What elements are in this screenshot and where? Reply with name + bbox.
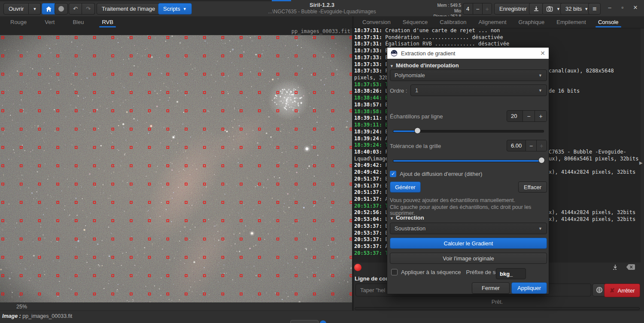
dialog-close-button[interactable]: Fermer [472, 282, 510, 294]
threads-stepper[interactable]: 4 − + [463, 3, 492, 15]
maximize-button[interactable]: ▫ [616, 4, 629, 11]
apply-sequence-checkbox[interactable] [391, 269, 398, 275]
tab-rvb[interactable]: RVB [97, 16, 118, 28]
tolerance-stepper[interactable]: 6.00 − + [507, 140, 547, 151]
download-icon [533, 6, 539, 12]
apply-sequence-row[interactable]: Appliquer à la séquence Préfixe de sorti… [391, 269, 510, 275]
order-label: Ordre : [390, 88, 407, 94]
image-processing-menu-button[interactable]: Traitement de l'image▼ [97, 3, 167, 15]
tab-rouge[interactable]: Rouge [6, 16, 31, 28]
camera-icon [547, 6, 554, 12]
close-button[interactable]: ✕ [629, 4, 642, 11]
image-status-prefix: Image : [2, 313, 21, 319]
siril-window: Ouvrir ▼ ↶ ↷ Traitement de l'image▼ Scri… [0, 0, 644, 323]
tab-graphique[interactable]: Graphique [514, 16, 549, 28]
threads-plus-button[interactable]: + [482, 3, 492, 14]
tab-vert[interactable]: Vert [40, 16, 59, 28]
tolerance-plus-button[interactable]: + [536, 140, 547, 151]
dither-checkbox[interactable]: ✓ [390, 171, 396, 177]
console-line-fragment: de 16 bits [549, 88, 580, 94]
interpolation-section-header[interactable]: ▼Méthode d'interpolation [390, 62, 459, 69]
hamburger-menu-button[interactable]: ≡ [588, 3, 601, 15]
stop-button[interactable]: ✘ Arrêter [604, 284, 640, 297]
minimize-button[interactable]: – [603, 4, 616, 11]
samples-plus-button[interactable]: + [535, 111, 547, 121]
scripts-menu-button[interactable]: Scripts▼ [158, 3, 192, 15]
tolerance-label: Tolérance de la grille [390, 143, 441, 149]
apply-sequence-label: Appliquer à la séquence [401, 269, 461, 275]
view-original-button[interactable]: Voir l'image originale [390, 253, 547, 264]
generate-button[interactable]: Générer [390, 181, 421, 193]
dialog-close-icon[interactable]: ✕ [540, 50, 545, 57]
status-led-icon [354, 264, 361, 271]
bottom-partial-widget[interactable] [290, 320, 319, 323]
record-dot-icon [58, 6, 64, 12]
samples-slider[interactable] [393, 130, 544, 133]
export-log-button[interactable] [611, 263, 619, 272]
record-button[interactable] [55, 3, 68, 15]
tab-console[interactable]: Console [594, 16, 623, 28]
prefix-input[interactable] [496, 268, 526, 279]
export-log-icon [611, 263, 619, 271]
chevron-down-icon: ▼ [584, 7, 588, 11]
samples-slider-handle[interactable] [414, 127, 421, 134]
save-button[interactable]: Enregistrer [494, 3, 532, 15]
hint-line-1: Vous pouvez ajouter des échantillons man… [390, 197, 515, 203]
tolerance-slider-handle[interactable] [538, 157, 545, 163]
compute-gradient-button[interactable]: Calculer le Gradient [390, 238, 547, 249]
open-button[interactable]: Ouvrir [3, 3, 29, 15]
console-line-fragment: x), 4144x2824 pixels, 32bits [549, 209, 635, 216]
siril-logo-icon [391, 50, 398, 57]
tab-conversion[interactable]: Conversion [358, 16, 395, 28]
open-dropdown-button[interactable]: ▼ [29, 3, 41, 15]
scroll-right-arrow-icon[interactable]: ▶ [639, 160, 643, 165]
clear-samples-button[interactable]: Effacer [518, 181, 547, 193]
samples-stepper[interactable]: 20 − + [507, 110, 547, 122]
order-dropdown[interactable]: 1▼ [410, 85, 547, 96]
dither-label: Ajout de diffusion d'erreur (dither) [400, 171, 482, 177]
image-status-value: pp_images_00033.fit [22, 313, 72, 319]
home-button[interactable] [42, 3, 56, 15]
console-line: 18:37:31: Égalisation RVB ............. … [354, 40, 640, 47]
correction-dropdown[interactable]: Soustraction▼ [390, 223, 547, 234]
image-canvas[interactable] [0, 35, 352, 302]
zoom-level-label: 25% [16, 304, 27, 310]
save-as-button[interactable] [529, 3, 544, 15]
dither-row[interactable]: ✓ Ajout de diffusion d'erreur (dither) [390, 171, 482, 177]
console-line-fragment: x), 4144x2824 pixels, 32bits [549, 169, 635, 175]
progress-bar [355, 307, 640, 310]
samples-minus-button[interactable]: − [522, 111, 535, 121]
console-line: 18:37:31: Pondération ............... dé… [354, 34, 640, 41]
correction-section-header[interactable]: ▼Correction [390, 214, 424, 221]
console-line-fragment: x), 4144x2824 pixels, 32bits [549, 216, 635, 223]
dialog-title: Extraction de gradient [401, 50, 540, 57]
console-line: 18:37:31: Création d'une carte de rejet … [354, 28, 640, 34]
samples-label: Échantillons par ligne [390, 113, 443, 120]
interpolation-dropdown[interactable]: Polynomiale▼ [390, 69, 547, 81]
clear-console-button[interactable] [626, 264, 635, 272]
expander-triangle-icon: ▼ [390, 216, 394, 220]
workflow-tabbar: ConversionSéquenceCalibrationAlignementG… [354, 16, 644, 28]
chevron-down-icon: ▼ [33, 7, 36, 11]
tab-calibration[interactable]: Calibration [435, 16, 471, 28]
console-line-fragment: canal(aux), 8288x5648 [549, 67, 614, 74]
hamburger-icon: ≡ [592, 5, 596, 13]
dialog-titlebar[interactable]: Extraction de gradient ✕ [387, 48, 549, 59]
samples-value: 20 [507, 111, 522, 121]
tab-bleu[interactable]: Bleu [68, 16, 88, 28]
undo-button[interactable]: ↶ [69, 3, 82, 15]
tab-empilement[interactable]: Empilement [552, 16, 590, 28]
image-status: Image : pp_images_00033.fit [2, 313, 72, 319]
tolerance-slider[interactable] [393, 160, 544, 162]
samples-slider-fill [393, 130, 417, 132]
redo-button[interactable]: ↷ [82, 3, 95, 15]
tolerance-minus-button[interactable]: − [526, 140, 536, 151]
home-icon [46, 6, 52, 12]
dialog-apply-button[interactable]: Appliquer [511, 282, 547, 294]
tolerance-slider-fill [393, 160, 544, 162]
threads-value: 4 [463, 3, 473, 14]
tab-séquence[interactable]: Séquence [398, 16, 432, 28]
chevron-down-icon: ▼ [538, 226, 542, 231]
tab-alignement[interactable]: Alignement [474, 16, 510, 28]
threads-minus-button[interactable]: − [473, 3, 482, 14]
